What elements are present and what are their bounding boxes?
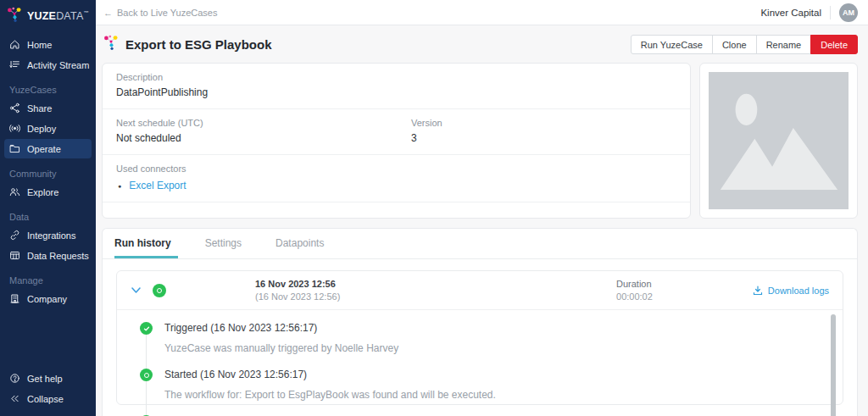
page-title-wrap: Export to ESG Playbook (103, 35, 272, 54)
page-actions: Run YuzeCaseCloneRenameDelete (631, 35, 858, 54)
sidebar-nav: HomeActivity StreamYuzeCasesShareDeployO… (0, 32, 96, 311)
timeline-event-detail: YuzeCase was manually triggered by Noell… (164, 342, 792, 354)
link-icon (9, 230, 20, 241)
page-head: Export to ESG Playbook Run YuzeCaseClone… (96, 25, 868, 63)
sidebar-section-title-data: Data (0, 202, 96, 225)
connectors-list: ●Excel Export (116, 180, 676, 191)
sidebar-footer: Get helpCollapse (0, 366, 96, 416)
sidebar-item-label: Data Requests (27, 251, 89, 261)
share-icon (9, 103, 20, 114)
sidebar-item-label: Activity Stream (27, 60, 89, 70)
download-logs-label: Download logs (768, 286, 829, 296)
timeline-scrollbar[interactable] (831, 314, 836, 416)
check-circle-icon (140, 322, 153, 335)
people-icon (9, 186, 20, 197)
org-name: Kinver Capital (760, 8, 821, 18)
next-schedule-label: Next schedule (UTC) (116, 118, 411, 128)
sidebar-item-integrations[interactable]: Integrations (4, 225, 92, 245)
user-avatar[interactable]: AM (839, 3, 858, 22)
bullet-icon: ● (118, 183, 121, 189)
timeline-event-title: Started (16 Nov 2023 12:56:17) (164, 369, 792, 380)
tab-settings[interactable]: Settings (205, 229, 248, 258)
sidebar-item-data-requests[interactable]: Data Requests (4, 246, 92, 265)
run-history-entry: 16 Nov 2023 12:56 (16 Nov 2023 12:56) Du… (116, 270, 843, 405)
sidebar-item-explore[interactable]: Explore (4, 182, 92, 202)
sidebar-section-title-community: Community (0, 159, 96, 181)
version-block: Version 3 (411, 118, 442, 144)
sidebar-item-label: Company (27, 294, 67, 304)
table-icon (9, 250, 20, 261)
brand-logo[interactable]: YUZEDATA™ (0, 0, 96, 32)
connectors-section: Used connectors ●Excel Export (103, 155, 690, 202)
download-logs-link[interactable]: Download logs (753, 286, 829, 296)
connector-list-item: ●Excel Export (116, 180, 676, 191)
page-title: Export to ESG Playbook (125, 37, 272, 52)
home-icon (9, 39, 20, 50)
yuzedata-logo-icon (7, 7, 23, 25)
sidebar-item-label: Integrations (27, 230, 75, 241)
duration-value: 00:00:02 (616, 291, 653, 302)
sidebar-item-company[interactable]: Company (4, 289, 92, 308)
timeline-event: Triggered (16 Nov 2023 12:56:17)YuzeCase… (117, 322, 843, 354)
version-label: Version (411, 118, 442, 128)
schedule-section: Next schedule (UTC) Not scheduled Versio… (103, 109, 690, 155)
run-timestamp-secondary: (16 Nov 2023 12:56) (255, 291, 340, 302)
sidebar-item-operate[interactable]: Operate (4, 139, 92, 158)
timeline-event-detail: The workflow for: Export to EsgPlayBook … (164, 389, 792, 401)
sidebar-item-label: Deploy (27, 124, 56, 134)
run-yuzecase-button[interactable]: Run YuzeCase (631, 35, 713, 54)
help-icon (9, 373, 20, 384)
connector-link-excel-export[interactable]: Excel Export (129, 180, 186, 191)
image-placeholder-icon (709, 72, 849, 209)
duration-block: Duration 00:00:02 (616, 279, 653, 302)
sidebar-section-title-yuzecases: YuzeCases (0, 75, 96, 97)
topbar-right: Kinver Capital AM (760, 3, 858, 22)
back-arrow-icon: ← (103, 8, 113, 18)
detail-cards-row: Description DataPointPublishing Next sch… (96, 63, 868, 219)
timeline-event: Started (16 Nov 2023 12:56:17)The workfl… (117, 369, 843, 401)
version-value: 3 (411, 132, 442, 144)
sidebar-item-label: Explore (27, 187, 58, 197)
folder-icon (9, 143, 20, 154)
rename-button[interactable]: Rename (756, 35, 812, 54)
run-event-timeline: Triggered (16 Nov 2023 12:56:17)YuzeCase… (117, 309, 843, 416)
playbook-thumbnail-card (699, 63, 858, 219)
building-icon (9, 293, 20, 304)
tab-run-history[interactable]: Run history (114, 229, 178, 258)
activity-stream-icon (9, 59, 20, 70)
run-timestamp-block: 16 Nov 2023 12:56 (16 Nov 2023 12:56) (255, 279, 340, 302)
back-link[interactable]: ← Back to Live YuzeCases (103, 8, 217, 18)
card-spacer (103, 202, 690, 218)
duration-label: Duration (616, 279, 653, 289)
sidebar-item-label: Home (27, 40, 52, 50)
ring-circle-icon (140, 369, 153, 381)
sidebar-item-activity-stream[interactable]: Activity Stream (4, 55, 92, 75)
run-timestamp: 16 Nov 2023 12:56 (255, 279, 340, 289)
page-content: Export to ESG Playbook Run YuzeCaseClone… (96, 25, 868, 416)
delete-button[interactable]: Delete (810, 35, 858, 54)
topbar: ← Back to Live YuzeCases Kinver Capital … (96, 0, 868, 25)
status-success-ring-icon (153, 284, 166, 297)
timeline-event-title: Triggered (16 Nov 2023 12:56:17) (164, 322, 792, 334)
sidebar-item-label: Get help (27, 374, 63, 384)
sidebar-item-deploy[interactable]: Deploy (4, 119, 92, 138)
details-card: Description DataPointPublishing Next sch… (102, 63, 691, 219)
yuzedata-logo-icon (103, 35, 120, 54)
sidebar-item-collapse[interactable]: Collapse (4, 389, 92, 408)
brand-logo-text: YUZEDATA™ (27, 10, 89, 22)
sidebar: YUZEDATA™ HomeActivity StreamYuzeCasesSh… (0, 0, 96, 416)
clone-button[interactable]: Clone (712, 35, 757, 54)
sidebar-item-label: Collapse (27, 394, 64, 404)
description-section: Description DataPointPublishing (103, 64, 690, 109)
sidebar-section-title-manage: Manage (0, 266, 96, 288)
sidebar-item-home[interactable]: Home (4, 35, 92, 54)
description-value: DataPointPublishing (116, 86, 676, 98)
tab-datapoints[interactable]: Datapoints (275, 229, 331, 258)
next-schedule-value: Not scheduled (116, 132, 411, 144)
download-icon (753, 286, 763, 296)
chevron-down-icon[interactable] (131, 285, 142, 296)
sidebar-item-get-help[interactable]: Get help (4, 369, 92, 388)
tab-panel: Run historySettingsDatapoints 16 Nov 202… (102, 228, 858, 416)
run-entry-header: 16 Nov 2023 12:56 (16 Nov 2023 12:56) Du… (117, 271, 843, 309)
sidebar-item-share[interactable]: Share (4, 98, 92, 118)
